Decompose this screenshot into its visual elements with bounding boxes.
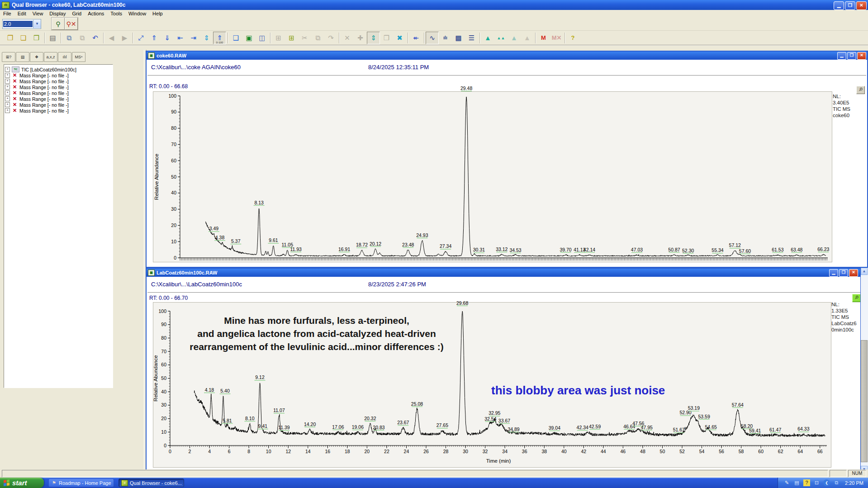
- mass-clear-button[interactable]: M✕: [550, 32, 563, 44]
- tree-item[interactable]: +✕Mass Range [- no file -]: [5, 90, 112, 96]
- tray-journal-icon[interactable]: ▤: [793, 479, 800, 486]
- tab-info[interactable]: ⊞?: [2, 52, 15, 62]
- maximize-cell-button[interactable]: ✕: [341, 32, 354, 44]
- menu-grid[interactable]: Grid: [69, 10, 85, 17]
- tab-scan-filter[interactable]: ılıl: [58, 52, 71, 62]
- list-style-button[interactable]: ☰: [465, 32, 478, 44]
- menu-help[interactable]: Help: [149, 10, 166, 17]
- expand-icon[interactable]: +: [5, 85, 10, 90]
- stick-style-button[interactable]: ılı: [439, 32, 452, 44]
- pane1-maximize-button[interactable]: ❐: [847, 52, 856, 60]
- chromatogram-coke60[interactable]: 0102030405060708090100Relative Abundance…: [147, 81, 861, 267]
- insert-cell-button[interactable]: ⊞: [285, 32, 298, 44]
- pane2-maximize-button[interactable]: ❐: [839, 269, 848, 277]
- pan-up-button[interactable]: ⇑: [147, 32, 161, 44]
- pan-down-button[interactable]: ⇓: [161, 32, 174, 44]
- close-button[interactable]: ✕: [856, 1, 867, 10]
- open-result-button[interactable]: ❒: [30, 32, 43, 44]
- detect-peaks-button[interactable]: ▲: [481, 32, 494, 44]
- manual-peak-button[interactable]: ▲: [508, 32, 521, 44]
- pane1-minimize-button[interactable]: ▁: [837, 52, 846, 60]
- back-button[interactable]: ◀: [105, 32, 118, 44]
- taskbar-task-1[interactable]: ⚑Roadmap - Home Page: [48, 479, 114, 487]
- tab-map[interactable]: ❖: [30, 52, 43, 62]
- help-button[interactable]: ?: [566, 32, 579, 44]
- pane2-scrollbar[interactable]: ▲ ▼: [860, 268, 868, 473]
- tree-item[interactable]: +✕Mass Range [- no file -]: [5, 78, 112, 84]
- tray-network-icon[interactable]: ⧉: [833, 479, 840, 486]
- menu-actions[interactable]: Actions: [85, 10, 107, 17]
- tray-pen-icon[interactable]: ✎: [783, 479, 790, 486]
- menu-view[interactable]: View: [29, 10, 47, 17]
- cell-link-button[interactable]: ⊞: [272, 32, 285, 44]
- clear-peaks-button[interactable]: ▲: [521, 32, 534, 44]
- detect-all-peaks-button[interactable]: ▲▲: [494, 32, 508, 44]
- copy-cell-button[interactable]: ⧉: [311, 32, 324, 44]
- pane2-minimize-button[interactable]: ▁: [829, 269, 838, 277]
- pane1-titlebar[interactable]: ▦ coke60.RAW ▁ ❐ ✕: [147, 52, 867, 60]
- expand-icon[interactable]: +: [5, 90, 10, 95]
- paste-cell-button[interactable]: ↷: [324, 32, 337, 44]
- undo-button[interactable]: ↶: [89, 32, 102, 44]
- shift-left-button[interactable]: ⇤: [174, 32, 187, 44]
- tree-item[interactable]: +✕Mass Range [- no file -]: [5, 96, 112, 102]
- chevron-down-icon[interactable]: ▼: [33, 20, 41, 28]
- display-options-button[interactable]: ❑: [229, 32, 242, 44]
- forward-button[interactable]: ▶: [118, 32, 131, 44]
- start-button[interactable]: start: [0, 478, 44, 488]
- menu-edit[interactable]: Edit: [14, 10, 29, 17]
- menu-file[interactable]: File: [0, 10, 14, 17]
- mass-options-button[interactable]: M: [537, 32, 550, 44]
- pane2-close-button[interactable]: ✕: [849, 269, 858, 277]
- tree-item[interactable]: +✕Mass Range [- no file -]: [5, 72, 112, 78]
- zoom-clear-button[interactable]: ⚲✕: [65, 18, 78, 30]
- scale-combo[interactable]: 2.0 ▼: [2, 19, 41, 29]
- tab-spectrum[interactable]: ▤: [16, 52, 29, 62]
- copy-button[interactable]: ⧉: [62, 32, 76, 44]
- report-view-button[interactable]: ▣: [242, 32, 256, 44]
- taskbar-task-2[interactable]: ılQual Browser - coke6...: [119, 479, 184, 487]
- swap-cells-button[interactable]: ✖: [393, 32, 406, 44]
- maximize-button[interactable]: ❐: [845, 1, 855, 10]
- open-raw-file-button[interactable]: ❐: [4, 32, 17, 44]
- tree-item[interactable]: +TICTIC [LabCoatz60min100c]: [5, 66, 112, 72]
- expand-icon[interactable]: +: [5, 96, 10, 101]
- pane2-titlebar[interactable]: ▦ LabCoatz60min100c.RAW ▁ ❐ ✕: [147, 269, 867, 277]
- line-style-button[interactable]: ∿: [426, 32, 439, 44]
- split-cell-button[interactable]: ⇕: [367, 32, 380, 44]
- inverse-style-button[interactable]: ▩: [452, 32, 465, 44]
- tray-collapse-icon[interactable]: ❮: [823, 479, 830, 486]
- apply-to-all-button[interactable]: ↞: [409, 32, 422, 44]
- zoom-apply-button[interactable]: ⚲: [52, 18, 65, 30]
- menu-tools[interactable]: Tools: [107, 10, 125, 17]
- tree-item[interactable]: +✕Mass Range [- no file -]: [5, 108, 112, 114]
- expand-icon[interactable]: +: [5, 79, 10, 84]
- menu-window[interactable]: Window: [125, 10, 149, 17]
- expand-icon[interactable]: +: [5, 102, 10, 107]
- app-titlebar[interactable]: ılı Qual Browser - coke60, LabCoatz60min…: [0, 0, 868, 10]
- scroll-up-icon[interactable]: ▲: [861, 268, 868, 275]
- expand-icon[interactable]: +: [5, 67, 10, 72]
- minimize-button[interactable]: ▁: [834, 1, 844, 10]
- tray-display-icon[interactable]: ⊡: [813, 479, 820, 486]
- tab-mass-list[interactable]: a,x,z: [44, 52, 57, 62]
- menu-display[interactable]: Display: [46, 10, 69, 17]
- merge-cell-button[interactable]: ❒: [380, 32, 393, 44]
- normalize-button[interactable]: ⇑0-100: [213, 32, 226, 44]
- tab-msn[interactable]: MSⁿ: [72, 52, 85, 62]
- expand-icon[interactable]: +: [5, 108, 10, 113]
- paste-button[interactable]: ⧉: [76, 32, 89, 44]
- zoom-both-axes-button[interactable]: ⤢: [134, 32, 147, 44]
- expand-icon[interactable]: +: [5, 73, 10, 78]
- tree-item[interactable]: +✕Mass Range [- no file -]: [5, 84, 112, 90]
- cut-cell-button[interactable]: ✂: [298, 32, 311, 44]
- shift-right-button[interactable]: ⇥: [187, 32, 200, 44]
- tray-help-icon[interactable]: ?: [803, 479, 810, 486]
- tree-item[interactable]: +✕Mass Range [- no file -]: [5, 102, 112, 108]
- open-sequence-button[interactable]: ❏: [17, 32, 30, 44]
- autorange-button[interactable]: ⇕: [200, 32, 213, 44]
- grid-view-button[interactable]: ◫: [256, 32, 269, 44]
- scrollbar-thumb[interactable]: [861, 340, 868, 462]
- print-button[interactable]: ▤: [46, 32, 59, 44]
- restore-cell-button[interactable]: ✚: [354, 32, 367, 44]
